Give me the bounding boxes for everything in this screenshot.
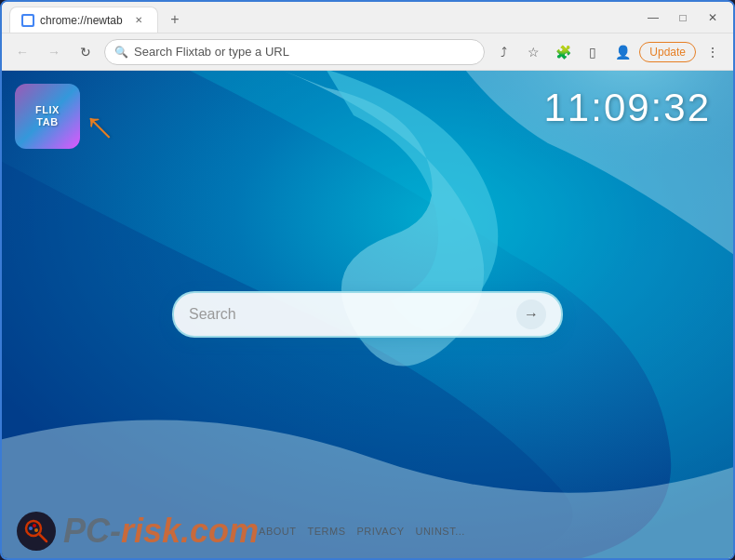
bookmark-button[interactable]: ☆ (520, 39, 546, 65)
tab-area: chrome://newtab ✕ + (9, 2, 640, 33)
close-button[interactable]: ✕ (700, 5, 726, 31)
title-bar: chrome://newtab ✕ + — □ ✕ (2, 2, 733, 33)
search-input[interactable] (189, 306, 516, 323)
privacy-link[interactable]: PRIVACY (357, 526, 405, 537)
sidebar-button[interactable]: ▯ (580, 39, 606, 65)
more-button[interactable]: ⋮ (700, 39, 726, 65)
new-tab-button[interactable]: + (162, 7, 188, 33)
profile-button[interactable]: 👤 (609, 39, 635, 65)
extensions-button[interactable]: 🧩 (550, 39, 576, 65)
footer-links: ABOUT TERMS PRIVACY UNINST... (259, 526, 465, 537)
flix-tab-label-line2: TAB (36, 116, 58, 128)
pcrisk-icon (17, 512, 56, 551)
search-icon: 🔍 (114, 46, 128, 59)
tab-title: chrome://newtab (40, 14, 123, 27)
pcrisk-com-part: .com (180, 512, 259, 550)
terms-link[interactable]: TERMS (308, 526, 346, 537)
flix-tab-logo[interactable]: FLIX TAB (15, 84, 80, 149)
refresh-button[interactable]: ↻ (73, 39, 99, 65)
window-controls: — □ ✕ (640, 5, 726, 31)
minimize-button[interactable]: — (640, 5, 666, 31)
address-bar[interactable]: 🔍 Search Flixtab or type a URL (104, 39, 485, 65)
share-button[interactable]: ⤴ (490, 39, 516, 65)
pcrisk-text: PC-risk.com (63, 512, 259, 551)
navigation-bar: ← → ↻ 🔍 Search Flixtab or type a URL ⤴ ☆… (2, 33, 733, 71)
page-content: 11:09:32 FLIX TAB ↑ → (2, 71, 733, 558)
pcrisk-risk-part: risk.com (121, 512, 259, 550)
svg-point-6 (34, 528, 38, 532)
clock: 11:09:32 (544, 86, 712, 130)
browser-window: chrome://newtab ✕ + — □ ✕ ← → ↻ 🔍 Search… (0, 0, 735, 560)
back-button[interactable]: ← (9, 39, 35, 65)
svg-point-4 (29, 527, 33, 530)
pcrisk-logo: PC-risk.com (17, 512, 259, 551)
nav-actions: ⤴ ☆ 🧩 ▯ 👤 Update ⋮ (490, 39, 726, 65)
update-button[interactable]: Update (639, 42, 696, 62)
forward-button[interactable]: → (41, 39, 67, 65)
tab-favicon (21, 14, 34, 27)
active-tab[interactable]: chrome://newtab ✕ (9, 7, 158, 33)
footer: PC-risk.com ABOUT TERMS PRIVACY UNINST..… (2, 504, 733, 558)
maximize-button[interactable]: □ (670, 5, 696, 31)
svg-line-3 (39, 534, 47, 541)
search-submit-button[interactable]: → (516, 300, 546, 329)
svg-point-5 (33, 524, 36, 527)
pcrisk-pc-part: PC- (63, 512, 121, 550)
search-box[interactable]: → (172, 291, 563, 338)
about-link[interactable]: ABOUT (259, 526, 296, 537)
uninstall-link[interactable]: UNINST... (415, 526, 464, 537)
search-container: → (172, 291, 563, 338)
flix-tab-label-line1: FLIX (35, 104, 60, 116)
tab-close-button[interactable]: ✕ (131, 13, 146, 28)
address-text: Search Flixtab or type a URL (134, 45, 474, 59)
